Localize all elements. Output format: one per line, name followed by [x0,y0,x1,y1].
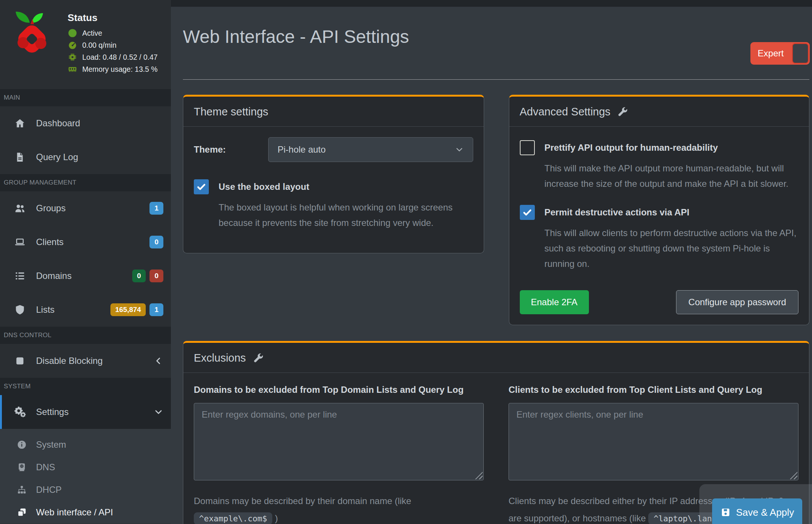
enable-2fa-button[interactable]: Enable 2FA [520,290,589,314]
status-row: Memory usage: 13.5 % [68,64,158,74]
settings-submenu: System DNS DHCP Web interface / API [0,429,171,524]
section-header-system: SYSTEM [0,378,171,395]
boxed-layout-checkbox[interactable] [194,179,209,194]
status-title: Status [68,12,158,24]
domains-deny-badge: 0 [149,270,163,282]
brand-area: Status Active 0.00 q/min Load: 0.48 / 0.… [0,0,171,89]
sidebar-item-disable-blocking[interactable]: Disable Blocking [0,344,171,378]
main-area: Web Interface - API Settings Expert Them… [171,0,812,524]
check-row: Prettify API output for human-readabilit… [520,140,799,155]
domains-allow-badge: 0 [132,270,146,282]
sidebar-subitem-dns[interactable]: DNS [0,456,171,479]
destructive-help: This will allow clients to perform destr… [545,225,799,271]
regex-example-code: ^example\.com$ [194,512,272,524]
theme-row: Theme: Pi-hole auto [194,137,473,162]
domains-exclusion-textarea[interactable] [194,403,484,480]
status-active-label: Active [82,29,102,38]
chevron-down-icon [455,145,464,154]
memory-label: Memory usage: 13.5 % [82,65,158,74]
section-header-dns-control: DNS CONTROL [0,327,171,344]
sidebar-item-domains[interactable]: Domains 0 0 [0,259,171,293]
card-header: Advanced Settings [509,97,809,127]
sidebar-item-clients[interactable]: Clients 0 [0,225,171,259]
chevron-left-icon [154,356,163,366]
advanced-buttons-row: Enable 2FA Configure app password [520,290,799,314]
info-icon [17,440,27,450]
check-row: Use the boxed layout [194,179,473,194]
lists-count-badge: 1 [149,303,163,316]
save-panel: Save & Apply [699,484,812,524]
sidebar-subitem-web-interface-api[interactable]: Web interface / API [0,501,171,524]
page-title: Web Interface - API Settings [183,26,809,47]
card-body: Prettify API output for human-readabilit… [509,127,809,325]
sitemap-icon [17,485,27,495]
basic-expert-toggle[interactable]: Expert [750,42,810,65]
theme-select-value: Pi-hole auto [278,144,326,155]
sidebar-item-dashboard[interactable]: Dashboard [0,106,171,140]
floppy-disk-icon [720,507,731,518]
prettify-checkbox[interactable] [520,140,535,155]
sidebar-item-label: Clients [36,237,63,247]
card-header: Exclusions [183,343,809,373]
lists-domains-badge: 165,874 [110,303,146,316]
prettify-label: Prettify API output for human-readabilit… [545,142,718,153]
memory-icon [68,64,77,74]
section-header-main: MAIN [0,89,171,106]
card-body: Theme: Pi-hole auto [183,127,484,241]
status-active-icon [68,28,77,38]
save-apply-button[interactable]: Save & Apply [712,498,802,524]
wrench-icon [617,106,628,118]
check-icon [522,207,533,218]
prettify-help: This will make the API output more human… [545,161,799,191]
advanced-card-title: Advanced Settings [520,106,611,118]
sidebar-subitem-label: DHCP [36,485,62,495]
sidebar-item-lists[interactable]: Lists 165,874 1 [0,293,171,327]
theme-card-title: Theme settings [194,106,473,118]
clients-exclusion-label: Clients to be excluded from Top Client L… [509,383,798,396]
check-icon [196,181,207,192]
status-row: 0.00 q/min [68,40,158,50]
sidebar-item-groups[interactable]: Groups 1 [0,191,171,225]
sidebar-subitem-label: DNS [36,462,55,473]
sidebar-item-label: Query Log [36,152,78,162]
microchip-icon [68,52,77,62]
expert-toggle-label: Expert [750,42,791,65]
destructive-label: Permit destructive actions via API [545,207,690,218]
status-row: Active [68,28,158,38]
boxed-layout-help: The boxed layout is helpful when working… [219,200,473,230]
laptop-icon [14,236,26,248]
theme-settings-card: Theme settings Theme: Pi-hole auto [183,95,484,253]
content-wrapper: Web Interface - API Settings Expert Them… [171,7,812,524]
configure-app-password-button[interactable]: Configure app password [676,290,798,314]
sidebar-item-query-log[interactable]: Query Log [0,140,171,174]
exclusions-card-title: Exclusions [194,352,246,364]
theme-select[interactable]: Pi-hole auto [268,137,473,162]
sidebar-subitem-dhcp[interactable]: DHCP [0,479,171,501]
cards-row: Theme settings Theme: Pi-hole auto [183,95,809,325]
file-icon [14,151,26,163]
stop-icon [14,355,26,366]
section-header-group-management: GROUP MANAGEMENT [0,174,171,191]
check-row: Permit destructive actions via API [520,205,799,220]
sidebar-item-label: Disable Blocking [36,356,103,366]
sidebar-item-settings[interactable]: Settings [0,395,171,429]
pihole-logo-icon [10,9,54,58]
clients-exclusion-textarea[interactable] [509,403,798,480]
status-row: Load: 0.48 / 0.52 / 0.47 [68,52,158,62]
help-text: ) [272,513,278,523]
sidebar-item-label: Dashboard [36,118,80,129]
groups-count-badge: 1 [149,202,163,215]
destructive-checkbox[interactable] [520,205,535,220]
toggle-knob [792,43,809,64]
domains-exclusion-label: Domains to be excluded from Top Domain L… [194,383,484,396]
prettify-option: Prettify API output for human-readabilit… [520,140,799,191]
boxed-layout-option: Use the boxed layout The boxed layout is… [194,179,473,230]
status-block: Status Active 0.00 q/min Load: 0.48 / 0.… [68,9,158,76]
destructive-option: Permit destructive actions via API This … [520,205,799,271]
save-apply-label: Save & Apply [736,507,794,518]
sidebar-subitem-system[interactable]: System [0,433,171,456]
card-header: Theme settings [183,97,484,127]
sidebar-item-label: Groups [36,203,66,214]
gears-icon [14,406,26,418]
title-divider [183,79,809,80]
